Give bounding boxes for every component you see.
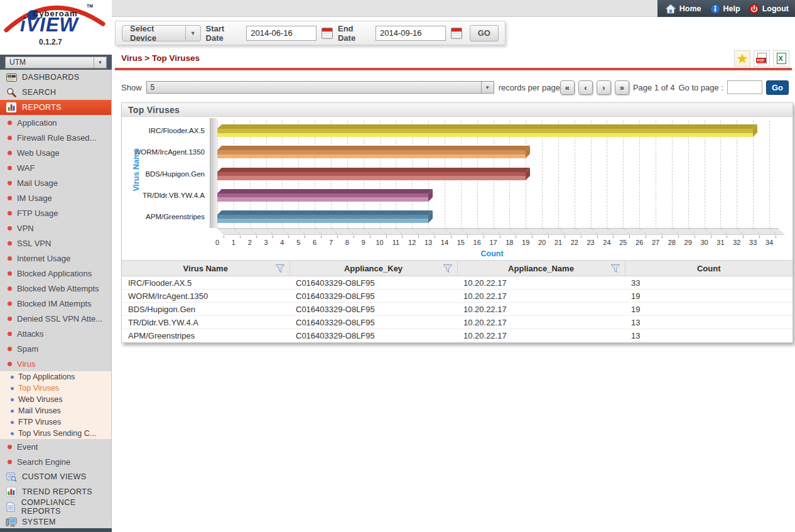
goto-page-go-button[interactable]: Go	[766, 80, 789, 95]
calendar-icon[interactable]	[322, 28, 333, 39]
x-tick	[467, 236, 468, 238]
sidebar-item-spam[interactable]: Spam	[0, 341, 111, 356]
table-row[interactable]: TR/Dldr.VB.YW.4.AC016403329-O8LF9510.20.…	[122, 316, 792, 329]
table-row[interactable]: BDS/Hupigon.GenC016403329-O8LF9510.20.22…	[122, 303, 792, 316]
nav-home[interactable]: Home	[665, 4, 701, 14]
x-tick-label: 18	[501, 239, 517, 246]
x-tick-label: 17	[485, 239, 502, 246]
x-tick-label: 11	[387, 239, 404, 246]
sidebar-item-dashboards[interactable]: DASHBOARDS	[0, 70, 111, 85]
bar-apm-greenstripes[interactable]	[217, 215, 428, 223]
sidebar-item-firewall-rule-based[interactable]: Firewall Rule Based...	[0, 130, 111, 145]
last-page-button[interactable]: »	[615, 80, 629, 95]
sidebar-item-blocked-web-attempts[interactable]: Blocked Web Attempts	[0, 281, 111, 296]
table-row[interactable]: WORM/IrcAgent.1350C016403329-O8LF9510.20…	[122, 290, 792, 303]
table-cell: IRC/Flooder.AX.5	[122, 276, 289, 290]
x-tick	[646, 236, 646, 238]
x-tick-label: 23	[583, 239, 599, 246]
x-tick	[273, 236, 273, 238]
red-bullet-icon	[8, 256, 12, 261]
blue-bullet-icon	[11, 410, 14, 413]
red-divider	[115, 68, 792, 70]
sidebar-item-attacks[interactable]: Attacks	[0, 326, 111, 341]
category-label-tr-dldr-vb-yw-4-a: TR/Dldr.VB.YW.4.A	[122, 192, 205, 199]
sidebar-item-custom-views[interactable]: CUSTOM VIEWS	[0, 469, 111, 484]
bar-tr-dldr-vb-yw-4-a[interactable]	[217, 193, 428, 202]
table-cell: C016403329-O8LF95	[289, 276, 457, 290]
x-tick-label: 10	[372, 239, 388, 246]
sidebar-item-reports[interactable]: REPORTS	[0, 100, 111, 115]
nav-logout[interactable]: Logout	[749, 4, 789, 14]
sidebar-item-ssl-vpn[interactable]: SSL VPN	[0, 236, 111, 251]
bar-bds-hupigon-gen[interactable]	[217, 172, 526, 180]
sidebar-item-web-viruses[interactable]: Web Viruses	[0, 394, 111, 405]
report-panel: Top Viruses 0123456789101112131415161718…	[121, 102, 793, 343]
column-header-virus-name[interactable]: Virus Name	[122, 261, 289, 276]
sidebar-item-top-viruses[interactable]: Top Viruses	[0, 383, 111, 394]
table-row[interactable]: APM/GreenstripesC016403329-O8LF9510.20.2…	[122, 329, 792, 342]
sidebar-item-mail-usage[interactable]: Mail Usage	[0, 175, 111, 190]
export-pdf-button[interactable]: PDF	[754, 50, 770, 67]
start-date-input[interactable]	[246, 26, 316, 41]
column-header-count[interactable]: Count	[625, 261, 792, 276]
sidebar-item-virus[interactable]: Virus	[0, 356, 111, 371]
reports-icon	[6, 102, 17, 112]
sidebar-item-ftp-viruses[interactable]: FTP Viruses	[0, 416, 111, 428]
sidebar-item-system[interactable]: SYSTEM	[0, 514, 111, 529]
prev-page-button[interactable]: ‹	[578, 80, 593, 95]
table-cell: TR/Dldr.VB.YW.4.A	[122, 316, 289, 329]
sidebar-item-vpn[interactable]: VPN	[0, 220, 111, 236]
sidebar-item-search[interactable]: SEARCH	[0, 85, 111, 100]
x-tick	[370, 236, 370, 238]
end-date-input[interactable]	[376, 26, 446, 41]
chart-floor-line	[396, 229, 403, 234]
sidebar-item-blocked-im-attempts[interactable]: Blocked IM Attempts	[0, 296, 111, 311]
bar-worm-ircagent-1350[interactable]	[217, 150, 526, 158]
filter-icon[interactable]	[443, 264, 453, 275]
excel-icon: X	[777, 53, 786, 64]
filter-icon[interactable]	[275, 264, 285, 275]
sidebar-item-trend-reports[interactable]: TREND REPORTS	[0, 484, 111, 499]
sidebar-item-im-usage[interactable]: IM Usage	[0, 190, 111, 205]
sidebar-item-waf[interactable]: WAF	[0, 160, 111, 175]
favorite-button[interactable]: ★	[734, 50, 750, 67]
sidebar-item-search-engine[interactable]: Search Engine	[0, 454, 111, 469]
first-page-button[interactable]: «	[560, 80, 575, 95]
bar-irc-flooder-ax-5[interactable]	[217, 129, 753, 137]
table-row[interactable]: IRC/Flooder.AX.5C016403329-O8LF9510.20.2…	[122, 276, 792, 290]
chart-floor-line	[315, 229, 322, 234]
x-tick-label: 20	[534, 239, 550, 246]
sidebar-item-label: FTP Viruses	[18, 418, 61, 426]
sidebar-item-event[interactable]: Event	[0, 439, 111, 454]
sidebar-item-top-virus-sending-c[interactable]: Top Virus Sending C...	[0, 428, 111, 439]
next-page-button[interactable]: ›	[597, 80, 611, 95]
sidebar-item-top-applications[interactable]: Top Applications	[0, 371, 111, 383]
nav-help[interactable]: Help	[710, 4, 740, 14]
utm-device-select[interactable]: UTM ▼	[5, 57, 107, 68]
sidebar-item-blocked-applications[interactable]: Blocked Applications	[0, 266, 111, 281]
sidebar-item-mail-viruses[interactable]: Mail Viruses	[0, 405, 111, 416]
calendar-icon[interactable]	[451, 28, 462, 39]
select-device-button[interactable]: Select Device ▼	[122, 25, 201, 41]
x-tick	[500, 236, 500, 238]
chevron-down-icon: ▼	[186, 25, 201, 41]
sidebar-item-ftp-usage[interactable]: FTP Usage	[0, 205, 111, 220]
chevron-down-icon: ▼	[481, 82, 494, 93]
column-header-appliance-name[interactable]: Appliance_Name	[457, 261, 625, 276]
page-size-select[interactable]: 5 ▼	[146, 81, 494, 94]
x-tick-label: 3	[258, 239, 274, 246]
export-excel-button[interactable]: X	[773, 50, 789, 67]
sidebar-item-internet-usage[interactable]: Internet Usage	[0, 251, 111, 266]
filter-icon[interactable]	[610, 264, 620, 275]
sidebar-item-denied-ssl-vpn-atte[interactable]: Denied SSL VPN Atte...	[0, 311, 111, 326]
go-button[interactable]: GO	[470, 25, 499, 41]
x-tick-label: 4	[274, 239, 290, 246]
x-tick	[776, 236, 776, 238]
red-bullet-icon	[8, 151, 12, 155]
x-tick-label: 16	[469, 239, 485, 246]
sidebar-item-application[interactable]: Application	[0, 115, 111, 130]
column-header-appliance-key[interactable]: Appliance_Key	[289, 261, 457, 276]
sidebar-item-web-usage[interactable]: Web Usage	[0, 145, 111, 160]
sidebar-item-compliance-reports[interactable]: COMPLIANCE REPORTS	[0, 499, 111, 514]
goto-page-input[interactable]	[727, 80, 762, 94]
